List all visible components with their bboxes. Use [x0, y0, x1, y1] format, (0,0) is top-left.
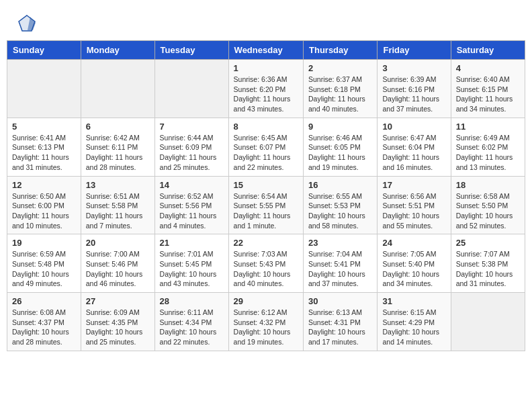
- day-number: 20: [86, 238, 150, 248]
- day-info: Sunrise: 6:45 AM Sunset: 6:07 PM Dayligh…: [234, 133, 298, 173]
- day-number: 11: [456, 122, 520, 132]
- day-info: Sunrise: 7:01 AM Sunset: 5:45 PM Dayligh…: [160, 249, 224, 289]
- calendar-cell: 6Sunrise: 6:42 AM Sunset: 6:11 PM Daylig…: [81, 118, 154, 176]
- day-info: Sunrise: 6:55 AM Sunset: 5:53 PM Dayligh…: [308, 191, 372, 231]
- calendar-cell: 24Sunrise: 7:05 AM Sunset: 5:40 PM Dayli…: [378, 234, 451, 293]
- day-info: Sunrise: 7:05 AM Sunset: 5:40 PM Dayligh…: [382, 249, 445, 289]
- calendar-cell: [154, 60, 228, 118]
- day-info: Sunrise: 6:09 AM Sunset: 4:35 PM Dayligh…: [86, 308, 150, 347]
- day-info: Sunrise: 6:49 AM Sunset: 6:02 PM Dayligh…: [456, 133, 520, 173]
- calendar-week-4: 19Sunrise: 6:59 AM Sunset: 5:48 PM Dayli…: [7, 234, 525, 293]
- day-info: Sunrise: 6:39 AM Sunset: 6:16 PM Dayligh…: [382, 75, 445, 114]
- day-info: Sunrise: 6:37 AM Sunset: 6:18 PM Dayligh…: [308, 75, 372, 114]
- calendar-cell: 4Sunrise: 6:40 AM Sunset: 6:15 PM Daylig…: [451, 60, 525, 118]
- day-info: Sunrise: 6:12 AM Sunset: 4:32 PM Dayligh…: [234, 308, 298, 347]
- page-header: [7, 7, 525, 37]
- calendar-cell: 12Sunrise: 6:50 AM Sunset: 6:00 PM Dayli…: [7, 176, 81, 234]
- day-number: 6: [86, 122, 150, 132]
- day-number: 3: [382, 63, 445, 73]
- weekday-header-tuesday: Tuesday: [154, 41, 228, 60]
- day-info: Sunrise: 7:04 AM Sunset: 5:41 PM Dayligh…: [308, 249, 372, 289]
- calendar-cell: 13Sunrise: 6:51 AM Sunset: 5:58 PM Dayli…: [81, 176, 154, 234]
- calendar-cell: [81, 60, 154, 118]
- calendar-cell: 22Sunrise: 7:03 AM Sunset: 5:43 PM Dayli…: [228, 234, 303, 293]
- day-info: Sunrise: 6:42 AM Sunset: 6:11 PM Dayligh…: [86, 133, 150, 173]
- day-number: 21: [160, 238, 224, 248]
- day-number: 12: [12, 180, 76, 190]
- day-info: Sunrise: 6:44 AM Sunset: 6:09 PM Dayligh…: [160, 133, 224, 173]
- calendar-cell: 17Sunrise: 6:56 AM Sunset: 5:51 PM Dayli…: [378, 176, 451, 234]
- day-info: Sunrise: 6:56 AM Sunset: 5:51 PM Dayligh…: [382, 191, 445, 231]
- calendar-cell: 30Sunrise: 6:13 AM Sunset: 4:31 PM Dayli…: [304, 293, 378, 351]
- weekday-header-row: SundayMondayTuesdayWednesdayThursdayFrid…: [7, 41, 525, 60]
- calendar-cell: 20Sunrise: 7:00 AM Sunset: 5:46 PM Dayli…: [81, 234, 154, 293]
- day-number: 28: [160, 296, 224, 306]
- calendar-cell: 29Sunrise: 6:12 AM Sunset: 4:32 PM Dayli…: [228, 293, 303, 351]
- weekday-header-saturday: Saturday: [451, 41, 525, 60]
- day-number: 2: [308, 63, 372, 73]
- day-number: 16: [308, 180, 372, 190]
- calendar-cell: 9Sunrise: 6:46 AM Sunset: 6:05 PM Daylig…: [304, 118, 378, 176]
- day-number: 8: [234, 122, 298, 132]
- logo: [17, 13, 40, 34]
- calendar-cell: 10Sunrise: 6:47 AM Sunset: 6:04 PM Dayli…: [378, 118, 451, 176]
- day-info: Sunrise: 6:50 AM Sunset: 6:00 PM Dayligh…: [12, 191, 76, 231]
- day-info: Sunrise: 6:59 AM Sunset: 5:48 PM Dayligh…: [12, 249, 76, 289]
- day-number: 13: [86, 180, 150, 190]
- day-info: Sunrise: 6:41 AM Sunset: 6:13 PM Dayligh…: [12, 133, 76, 173]
- day-info: Sunrise: 6:51 AM Sunset: 5:58 PM Dayligh…: [86, 191, 150, 231]
- day-info: Sunrise: 7:03 AM Sunset: 5:43 PM Dayligh…: [234, 249, 298, 289]
- day-number: 25: [456, 238, 520, 248]
- calendar-cell: 14Sunrise: 6:52 AM Sunset: 5:56 PM Dayli…: [154, 176, 228, 234]
- day-number: 22: [234, 238, 298, 248]
- calendar-week-2: 5Sunrise: 6:41 AM Sunset: 6:13 PM Daylig…: [7, 118, 525, 176]
- calendar-cell: [7, 60, 81, 118]
- calendar-cell: 25Sunrise: 7:07 AM Sunset: 5:38 PM Dayli…: [451, 234, 525, 293]
- weekday-header-wednesday: Wednesday: [228, 41, 303, 60]
- day-number: 5: [12, 122, 76, 132]
- calendar-cell: 7Sunrise: 6:44 AM Sunset: 6:09 PM Daylig…: [154, 118, 228, 176]
- weekday-header-friday: Friday: [378, 41, 451, 60]
- calendar-week-3: 12Sunrise: 6:50 AM Sunset: 6:00 PM Dayli…: [7, 176, 525, 234]
- weekday-header-thursday: Thursday: [304, 41, 378, 60]
- day-info: Sunrise: 6:46 AM Sunset: 6:05 PM Dayligh…: [308, 133, 372, 173]
- weekday-header-sunday: Sunday: [7, 41, 81, 60]
- logo-icon: [17, 13, 37, 34]
- day-number: 31: [382, 296, 445, 306]
- day-number: 17: [382, 180, 445, 190]
- calendar-cell: 3Sunrise: 6:39 AM Sunset: 6:16 PM Daylig…: [378, 60, 451, 118]
- day-number: 29: [234, 296, 298, 306]
- day-number: 7: [160, 122, 224, 132]
- calendar-cell: 5Sunrise: 6:41 AM Sunset: 6:13 PM Daylig…: [7, 118, 81, 176]
- calendar-cell: 21Sunrise: 7:01 AM Sunset: 5:45 PM Dayli…: [154, 234, 228, 293]
- calendar-cell: 19Sunrise: 6:59 AM Sunset: 5:48 PM Dayli…: [7, 234, 81, 293]
- day-info: Sunrise: 6:47 AM Sunset: 6:04 PM Dayligh…: [382, 133, 445, 173]
- calendar-cell: 28Sunrise: 6:11 AM Sunset: 4:34 PM Dayli…: [154, 293, 228, 351]
- calendar-week-5: 26Sunrise: 6:08 AM Sunset: 4:37 PM Dayli…: [7, 293, 525, 351]
- calendar-cell: 2Sunrise: 6:37 AM Sunset: 6:18 PM Daylig…: [304, 60, 378, 118]
- calendar-cell: 27Sunrise: 6:09 AM Sunset: 4:35 PM Dayli…: [81, 293, 154, 351]
- calendar-table: SundayMondayTuesdayWednesdayThursdayFrid…: [7, 40, 525, 351]
- calendar-cell: 18Sunrise: 6:58 AM Sunset: 5:50 PM Dayli…: [451, 176, 525, 234]
- day-info: Sunrise: 6:54 AM Sunset: 5:55 PM Dayligh…: [234, 191, 298, 231]
- calendar-cell: 11Sunrise: 6:49 AM Sunset: 6:02 PM Dayli…: [451, 118, 525, 176]
- day-info: Sunrise: 6:58 AM Sunset: 5:50 PM Dayligh…: [456, 191, 520, 231]
- calendar-cell: 23Sunrise: 7:04 AM Sunset: 5:41 PM Dayli…: [304, 234, 378, 293]
- calendar-cell: 1Sunrise: 6:36 AM Sunset: 6:20 PM Daylig…: [228, 60, 303, 118]
- day-info: Sunrise: 6:36 AM Sunset: 6:20 PM Dayligh…: [234, 75, 298, 114]
- day-number: 27: [86, 296, 150, 306]
- day-number: 26: [12, 296, 76, 306]
- calendar-cell: 31Sunrise: 6:15 AM Sunset: 4:29 PM Dayli…: [378, 293, 451, 351]
- day-number: 19: [12, 238, 76, 248]
- day-number: 23: [308, 238, 372, 248]
- calendar-week-1: 1Sunrise: 6:36 AM Sunset: 6:20 PM Daylig…: [7, 60, 525, 118]
- day-number: 14: [160, 180, 224, 190]
- day-info: Sunrise: 6:08 AM Sunset: 4:37 PM Dayligh…: [12, 308, 76, 347]
- day-number: 24: [382, 238, 445, 248]
- weekday-header-monday: Monday: [81, 41, 154, 60]
- day-info: Sunrise: 6:52 AM Sunset: 5:56 PM Dayligh…: [160, 191, 224, 231]
- day-number: 15: [234, 180, 298, 190]
- calendar-cell: 26Sunrise: 6:08 AM Sunset: 4:37 PM Dayli…: [7, 293, 81, 351]
- calendar-cell: [451, 293, 525, 351]
- day-number: 9: [308, 122, 372, 132]
